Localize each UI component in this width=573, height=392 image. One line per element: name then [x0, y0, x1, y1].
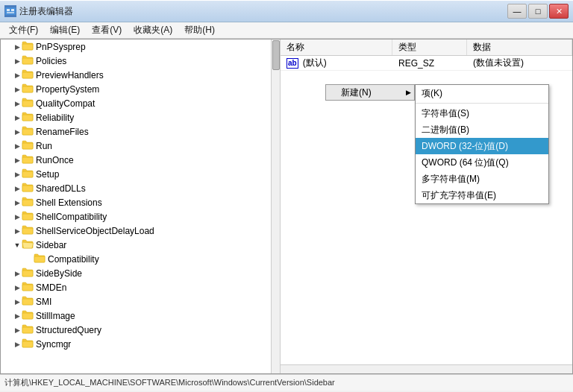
context-menu-item-string[interactable]: 字符串值(S): [416, 105, 548, 121]
svg-rect-3: [7, 12, 14, 13]
cell-type: REG_SZ: [392, 58, 467, 69]
folder-closed-icon: [22, 168, 36, 180]
tree-item-renamefiles[interactable]: ▶ RenameFiles: [1, 124, 271, 139]
tree-item-label: RenameFiles: [36, 127, 89, 137]
tree-item-smden[interactable]: ▶ SMDEn: [1, 280, 271, 294]
tree-arrow-icon: ▶: [13, 312, 22, 320]
maximize-button[interactable]: □: [528, 4, 548, 19]
tree-item-label: SMI: [36, 297, 51, 307]
tree-arrow-icon: ▶: [13, 184, 22, 193]
tree-item-propertysystem[interactable]: ▶ PropertySystem: [1, 82, 271, 96]
horizontal-scrollbar[interactable]: [281, 364, 572, 373]
menu-edit[interactable]: 编辑(E): [44, 22, 86, 38]
tree-scroll-area[interactable]: ▶ PnPSysprep▶ Policies▶ PreviewHandlers▶…: [1, 39, 271, 373]
tree-vertical-scrollbar[interactable]: [271, 39, 280, 373]
title-bar: 注册表编辑器 — □ ✕: [0, 0, 573, 22]
tree-item-syncmgr[interactable]: ▶ Syncmgr: [1, 337, 271, 351]
tree-item-reliability[interactable]: ▶ Reliability: [1, 110, 271, 124]
tree-item-label: Run: [36, 141, 52, 151]
folder-closed-icon: [22, 210, 36, 223]
tree-scroll-thumb[interactable]: [272, 40, 280, 70]
folder-closed-icon: [22, 97, 36, 110]
tree-arrow-icon: ▶: [13, 99, 22, 108]
tree-arrow-icon: ▶: [13, 42, 22, 51]
tree-item-runonce[interactable]: ▶ RunOnce: [1, 153, 271, 167]
tree-item-pnpsysprep[interactable]: ▶ PnPSysprep: [1, 39, 271, 54]
ab-value-icon: ab: [286, 58, 298, 69]
tree-item-label: Policies: [36, 56, 66, 66]
tree-item-label: Shell Extensions: [36, 197, 102, 208]
folder-closed-icon: [22, 125, 36, 138]
folder-closed-icon: [34, 253, 48, 265]
tree-item-label: SideBySide: [36, 268, 82, 279]
tree-item-run[interactable]: ▶ Run: [1, 139, 271, 153]
close-button[interactable]: ✕: [549, 4, 569, 19]
folder-closed-icon: [22, 154, 36, 166]
tree-arrow-icon: ▶: [13, 113, 22, 122]
cell-name-text: (默认): [303, 57, 327, 69]
folder-closed-icon: [22, 83, 36, 95]
menu-file[interactable]: 文件(F): [3, 22, 44, 38]
tree-item-label: Setup: [36, 169, 59, 180]
tree-item-sidebyside[interactable]: ▶ SideBySide: [1, 266, 271, 280]
tree-item-sidebar[interactable]: ▼ Sidebar: [1, 238, 271, 252]
tree-item-policies[interactable]: ▶ Policies: [1, 54, 271, 68]
tree-arrow-icon: ▶: [13, 142, 22, 151]
menu-favorites[interactable]: 收藏夹(A): [128, 22, 178, 38]
tree-item-stillimage[interactable]: ▶ StillImage: [1, 309, 271, 323]
new-submenu-trigger[interactable]: 新建(N): [325, 84, 415, 101]
col-header-type: 类型: [392, 39, 467, 55]
tree-arrow-icon: ▶: [13, 297, 22, 306]
context-menu-item-qword[interactable]: QWORD (64 位)值(Q): [416, 154, 548, 171]
folder-closed-icon: [22, 40, 36, 53]
context-menu-item-expandstring[interactable]: 可扩充字符串值(E): [416, 187, 548, 203]
tree-item-label: SharedDLLs: [36, 183, 86, 194]
folder-closed-icon: [22, 309, 36, 322]
tree-item-smi[interactable]: ▶ SMI: [1, 294, 271, 309]
context-menu-item-key[interactable]: 项(K): [416, 85, 548, 101]
svg-rect-1: [7, 9, 10, 11]
menu-help[interactable]: 帮助(H): [178, 22, 221, 38]
tree-item-label: PnPSysprep: [36, 42, 86, 52]
tree-item-shellcompatibility[interactable]: ▶ ShellCompatibility: [1, 209, 271, 224]
tree-item-structuredquery[interactable]: ▶ StructuredQuery: [1, 323, 271, 337]
tree-arrow-icon: [25, 255, 34, 264]
menu-view[interactable]: 查看(V): [86, 22, 128, 38]
tree-item-label: SMDEn: [36, 282, 66, 293]
context-menu-area: 新建(N) 项(K)字符串值(S)二进制值(B)DWORD (32-位)值(D)…: [325, 84, 415, 101]
table-row[interactable]: ab(默认)REG_SZ(数值未设置): [281, 56, 572, 71]
context-menu-divider: [416, 103, 548, 104]
folder-closed-icon: [22, 182, 36, 195]
tree-item-setup[interactable]: ▶ Setup: [1, 167, 271, 181]
context-menu-item-binary[interactable]: 二进制值(B): [416, 121, 548, 138]
tree-item-label: ShellCompatibility: [36, 212, 107, 222]
tree-arrow-icon: ▶: [13, 57, 22, 66]
tree-item-sidebar-compatibility[interactable]: Compatibility: [1, 252, 271, 266]
tree-arrow-icon: ▶: [13, 85, 22, 94]
folder-closed-icon: [22, 54, 36, 67]
tree-item-previewhandlers[interactable]: ▶ PreviewHandlers: [1, 68, 271, 82]
tree-item-shellserviceobjectdelayload[interactable]: ▶ ShellServiceObjectDelayLoad: [1, 224, 271, 238]
tree-arrow-icon: ▶: [13, 283, 22, 292]
tree-arrow-icon: ▶: [13, 156, 22, 165]
tree-item-label: Syncmgr: [36, 339, 71, 350]
tree-arrow-icon: ▶: [13, 269, 22, 278]
tree-item-shareddlls[interactable]: ▶ SharedDLLs: [1, 181, 271, 195]
main-content: ▶ PnPSysprep▶ Policies▶ PreviewHandlers▶…: [0, 39, 573, 374]
folder-closed-icon: [22, 224, 36, 237]
tree-item-label: Compatibility: [48, 254, 99, 265]
tree-item-qualitycompat[interactable]: ▶ QualityCompat: [1, 96, 271, 110]
minimize-button[interactable]: —: [507, 4, 527, 19]
tree-item-label: RunOnce: [36, 155, 74, 165]
cell-name: ab(默认): [281, 57, 392, 69]
context-menu-item-multistring[interactable]: 多字符串值(M): [416, 171, 548, 187]
folder-closed-icon: [22, 111, 36, 124]
context-menu-item-dword[interactable]: DWORD (32-位)值(D): [416, 138, 548, 154]
right-panel: 名称 类型 数据 ab(默认)REG_SZ(数值未设置) 新建(N) 项(K)字…: [281, 39, 572, 373]
folder-closed-icon: [22, 295, 36, 308]
table-body: ab(默认)REG_SZ(数值未设置): [281, 56, 572, 71]
tree-item-label: StillImage: [36, 311, 75, 321]
status-path: 计算机\HKEY_LOCAL_MACHINE\SOFTWARE\Microsof…: [4, 377, 335, 388]
status-bar: 计算机\HKEY_LOCAL_MACHINE\SOFTWARE\Microsof…: [0, 374, 573, 391]
tree-item-shellextensions[interactable]: ▶ Shell Extensions: [1, 195, 271, 209]
